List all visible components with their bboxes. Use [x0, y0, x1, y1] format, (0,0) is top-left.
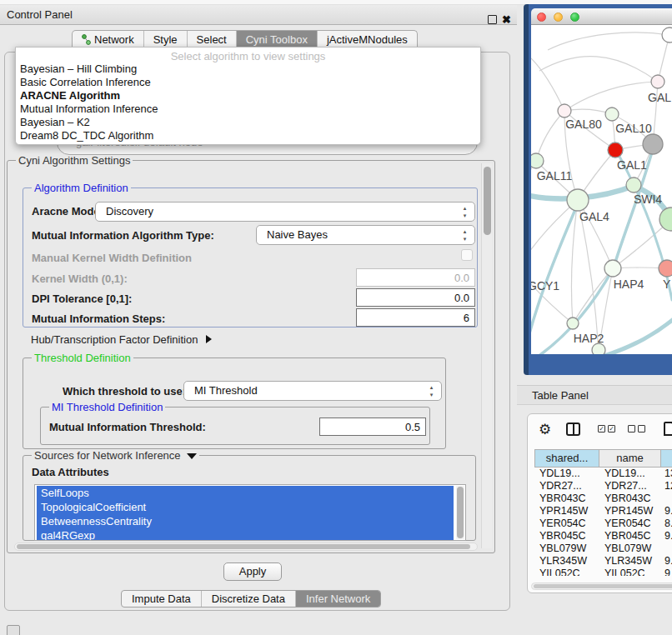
dropdown-item-selected[interactable]: ARACNE Algorithm — [16, 89, 480, 102]
node-label: SWI4 — [634, 192, 662, 206]
threshold-definition-title: Threshold Definition — [32, 352, 133, 364]
network-node-gray[interactable] — [643, 134, 663, 154]
tab-impute-data[interactable]: Impute Data — [122, 591, 202, 607]
network-node-swi4[interactable] — [626, 178, 641, 192]
mi-threshold-definition-group: MI Threshold Definition Mutual Informati… — [40, 407, 430, 445]
table-hscrollbar-thumb[interactable] — [534, 584, 672, 588]
checked-pair-icon[interactable]: ✓✓ — [598, 425, 615, 432]
tab-network[interactable]: Network — [73, 31, 144, 48]
network-node-gal[interactable] — [651, 75, 664, 88]
table-row[interactable]: YBL079WYBL079W — [534, 542, 672, 555]
kernel-width-input[interactable] — [356, 268, 475, 287]
table-row[interactable]: YER054CYER054C8. — [534, 518, 672, 530]
dropdown-item[interactable]: Mutual Information Inference — [16, 102, 480, 116]
column-header-shared[interactable]: shared... — [534, 449, 599, 468]
mi-steps-label: Mutual Information Steps: — [32, 312, 165, 325]
algorithm-dropdown: Select algorithm to view settings Bayesi… — [15, 47, 481, 145]
control-panel-title: Control Panel — [7, 8, 73, 21]
screen: Control Panel ✖ Network Style Select Cyn… — [0, 0, 672, 635]
table-row[interactable]: YDR27...YDR27...12 — [534, 480, 672, 492]
network-node[interactable] — [662, 28, 672, 42]
network-node-gal80[interactable] — [558, 104, 571, 118]
mi-threshold-input[interactable] — [319, 418, 426, 436]
table-row[interactable]: YIL052CYIL052C9 — [534, 568, 672, 576]
attribute-item-selected[interactable]: BetweennessCentrality — [37, 514, 454, 528]
manual-kernel-label: Manual Kernel Width Definition — [32, 252, 192, 264]
table-row[interactable]: YLR345WYLR345W9. — [534, 555, 672, 568]
network-node-hap4[interactable] — [604, 260, 621, 277]
mi-type-combobox[interactable]: Naive Bayes ▴▾ — [256, 225, 475, 245]
expand-right-icon — [206, 335, 212, 343]
column-header-name[interactable]: name — [599, 449, 661, 468]
network-node-salmon[interactable] — [659, 260, 672, 277]
attributes-scrollbar[interactable] — [456, 486, 464, 539]
column-header-cut[interactable] — [661, 449, 672, 468]
node-label: GCY1 — [531, 279, 559, 292]
settings-hscrollbar-thumb[interactable] — [17, 544, 470, 549]
split-column-icon[interactable] — [566, 422, 580, 436]
network-node-gal1-red[interactable] — [608, 142, 623, 158]
settings-hscrollbar[interactable] — [14, 542, 478, 551]
stepper-arrows-icon: ▴▾ — [428, 383, 435, 398]
grid-corner-icon[interactable] — [7, 625, 20, 635]
attributes-scrollbar-thumb[interactable] — [457, 487, 464, 538]
dropdown-prompt: Select algorithm to view settings — [16, 50, 480, 62]
hub-definition-toggle[interactable]: Hub/Transcription Factor Definition — [31, 333, 212, 346]
attribute-item-selected[interactable]: SelfLoops — [37, 486, 454, 500]
settings-scrollbar-thumb[interactable] — [484, 167, 491, 235]
mi-steps-input[interactable] — [356, 308, 475, 327]
network-window: GAL GAL80 GAL10 GAL1 GAL11 SWI4 GAL4 GCY… — [531, 8, 672, 354]
network-window-titlebar[interactable] — [531, 8, 672, 25]
network-node-gal10[interactable] — [605, 108, 619, 121]
network-canvas[interactable]: GAL GAL80 GAL10 GAL1 GAL11 SWI4 GAL4 GCY… — [531, 25, 672, 354]
table-header-row: shared... name — [534, 449, 672, 468]
aracne-mode-combobox[interactable]: Discovery ▴▾ — [95, 202, 475, 222]
data-attributes-list: SelfLoops TopologicalCoefficient Between… — [34, 484, 466, 541]
manual-kernel-checkbox[interactable] — [461, 249, 473, 261]
table-icon[interactable] — [664, 422, 672, 436]
settings-scrollbar[interactable] — [481, 163, 492, 548]
node-label: GAL80 — [565, 118, 602, 131]
gear-icon[interactable]: ⚙ — [539, 421, 551, 438]
node-label: Y — [663, 278, 671, 291]
dropdown-item[interactable]: Bayesian – K2 — [16, 116, 480, 129]
table-panel-title: Table Panel — [532, 389, 589, 402]
tab-select[interactable]: Select — [188, 31, 237, 48]
stepper-arrows-icon: ▴▾ — [461, 228, 469, 242]
tab-cyni-toolbox[interactable]: Cyni Toolbox — [237, 31, 318, 48]
node-label: GAL1 — [617, 158, 647, 172]
close-icon[interactable]: ✖ — [502, 10, 511, 30]
table-row[interactable]: YPR145WYPR145W9. — [534, 505, 672, 518]
dropdown-item[interactable]: Dream8 DC_TDC Algorithm — [16, 129, 480, 142]
network-node-hap2[interactable] — [567, 318, 579, 329]
dropdown-item[interactable]: Bayesian – Hill Climbing — [16, 62, 480, 76]
float-panel-icon[interactable] — [488, 15, 497, 24]
table-panel-card: ⚙ ✓✓ shared... name YDL19...YDL19...13 Y… — [527, 413, 672, 593]
node-label: HAP2 — [574, 332, 604, 345]
aracne-mode-label: Aracne Mode: — [32, 205, 103, 218]
table-hscrollbar[interactable] — [531, 582, 672, 590]
network-node-gal4[interactable] — [567, 189, 589, 211]
dpi-tolerance-input[interactable] — [356, 288, 475, 307]
window-zoom-icon[interactable] — [570, 12, 579, 22]
window-minimize-icon[interactable] — [554, 12, 563, 22]
tab-discretize-data[interactable]: Discretize Data — [202, 591, 296, 607]
network-node-gal11[interactable] — [531, 153, 544, 168]
which-threshold-combobox[interactable]: MI Threshold ▴▾ — [183, 381, 442, 401]
tab-jactivemnodules[interactable]: jActiveMNodules — [318, 31, 417, 48]
node-table: shared... name — [534, 449, 672, 468]
network-node-green[interactable] — [659, 208, 672, 231]
sources-title[interactable]: Sources for Network Inference — [32, 449, 199, 462]
control-panel-tabs: Network Style Select Cyni Toolbox jActiv… — [72, 30, 418, 48]
window-close-icon[interactable] — [537, 12, 546, 22]
unchecked-pair-icon[interactable] — [628, 425, 645, 432]
table-row[interactable]: YBR045CYBR045C9. — [534, 530, 672, 542]
apply-button[interactable]: Apply — [223, 562, 282, 581]
attribute-item-selected[interactable]: gal4RGexp — [37, 528, 454, 541]
table-row[interactable]: YBR043CYBR043C — [534, 492, 672, 505]
attribute-item-selected[interactable]: TopologicalCoefficient — [37, 500, 454, 514]
table-row[interactable]: YDL19...YDL19...13 — [534, 468, 672, 480]
tab-infer-network[interactable]: Infer Network — [296, 591, 380, 607]
tab-style[interactable]: Style — [144, 31, 188, 48]
dropdown-item[interactable]: Basic Correlation Inference — [16, 76, 480, 89]
